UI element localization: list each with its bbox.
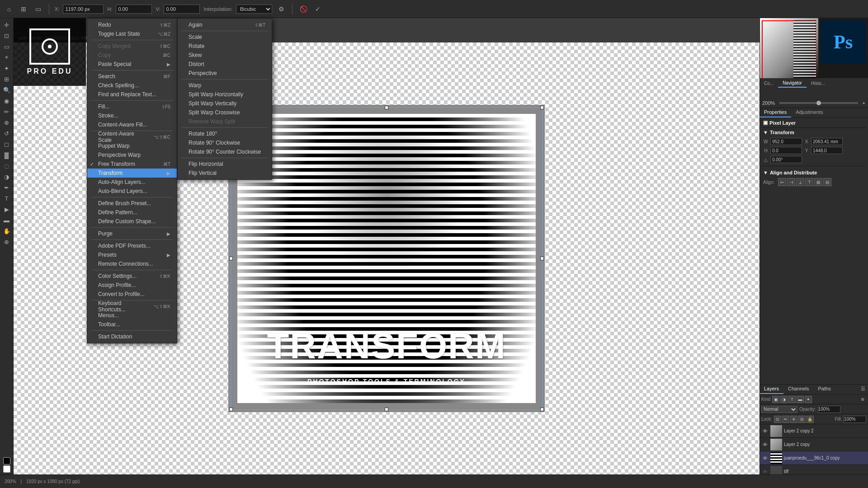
path-select-tool[interactable]: ▶ bbox=[2, 204, 12, 214]
transform-y-field[interactable] bbox=[811, 147, 843, 154]
tab-channels[interactable]: Channels bbox=[783, 385, 813, 394]
submenu-skew[interactable]: Skew bbox=[178, 51, 272, 60]
layer-item-2[interactable]: 👁 juanproedu___96c1_0 copy bbox=[760, 451, 868, 465]
eraser-tool[interactable]: ◻ bbox=[2, 139, 12, 149]
menu-content-aware-fill[interactable]: Content-Aware Fill... bbox=[87, 120, 177, 129]
submenu-split-warp-h[interactable]: Split Warp Horizontally bbox=[178, 90, 272, 99]
transform-w-field[interactable] bbox=[770, 138, 802, 145]
handle-tr[interactable] bbox=[540, 106, 544, 109]
spot-healing-tool[interactable]: ◉ bbox=[2, 96, 12, 106]
menu-search[interactable]: Search ⌘F bbox=[87, 72, 177, 81]
blend-mode-select[interactable]: Normal bbox=[761, 406, 797, 413]
home-icon[interactable]: ⌂ bbox=[4, 4, 14, 14]
menu-convert-profile[interactable]: Convert to Profile... bbox=[87, 290, 177, 299]
menu-define-brush[interactable]: Define Brush Preset... bbox=[87, 199, 177, 208]
gradient-tool[interactable]: ▓ bbox=[2, 150, 12, 160]
lock-image-btn[interactable]: ✏ bbox=[782, 416, 789, 423]
confirm-icon[interactable]: ✓ bbox=[312, 4, 323, 14]
x-field[interactable] bbox=[63, 5, 104, 14]
transform-h-field[interactable] bbox=[770, 147, 802, 154]
menu-check-spelling[interactable]: Check Spelling... bbox=[87, 81, 177, 90]
menu-fill[interactable]: Fill... ⇧F5 bbox=[87, 102, 177, 111]
lasso-tool[interactable]: ⌖ bbox=[2, 52, 12, 62]
layer-item-1[interactable]: 👁 Layer 2 copy bbox=[760, 438, 868, 451]
submenu-scale[interactable]: Scale bbox=[178, 33, 272, 42]
menu-purge[interactable]: Purge ▶ bbox=[87, 229, 177, 238]
submenu-rotate-90-cw[interactable]: Rotate 90° Clockwise bbox=[178, 138, 272, 147]
submenu-split-warp-cross[interactable]: Split Warp Crosswise bbox=[178, 108, 272, 117]
pen-tool[interactable]: ✒ bbox=[2, 183, 12, 192]
kind-smart-btn[interactable]: ✦ bbox=[805, 396, 812, 403]
layers-filter-btn[interactable]: ⊗ bbox=[859, 396, 866, 403]
layer-eye-3[interactable]: 👁 bbox=[761, 468, 769, 475]
handle-bm[interactable] bbox=[385, 408, 388, 411]
foreground-color[interactable] bbox=[3, 457, 10, 465]
menu-toolbar[interactable]: Toolbar... bbox=[87, 320, 177, 329]
menu-redo[interactable]: Redo ⇧⌘Z bbox=[87, 20, 177, 29]
opacity-field[interactable] bbox=[818, 406, 840, 413]
handle-ml[interactable] bbox=[229, 257, 233, 260]
artboard-tool[interactable]: ⊡ bbox=[2, 31, 12, 41]
h-field[interactable] bbox=[116, 5, 152, 14]
transform-x-field[interactable] bbox=[811, 138, 843, 145]
crop-tool[interactable]: ⊞ bbox=[2, 74, 12, 84]
clone-stamp-tool[interactable]: ⊕ bbox=[2, 117, 12, 127]
marquee-tool[interactable]: ▭ bbox=[2, 42, 12, 52]
menu-color-settings[interactable]: Color Settings... ⇧⌘K bbox=[87, 272, 177, 281]
tab-properties[interactable]: Properties bbox=[760, 108, 791, 117]
lock-transparent-btn[interactable]: ⊡ bbox=[774, 416, 781, 423]
layer-item-3[interactable]: 👁 tiff bbox=[760, 465, 868, 474]
submenu-distort[interactable]: Distort bbox=[178, 60, 272, 69]
blur-tool[interactable]: ◌ bbox=[2, 161, 12, 171]
background-color[interactable] bbox=[3, 465, 10, 473]
arrange-icon[interactable]: ⊞ bbox=[18, 4, 29, 14]
zoom-slider-thumb[interactable] bbox=[816, 101, 821, 105]
submenu-flip-h[interactable]: Flip Horizontal bbox=[178, 160, 272, 169]
tab-history[interactable]: Histo... bbox=[807, 80, 830, 87]
tab-navigator[interactable]: Navigator bbox=[778, 79, 807, 88]
menu-free-transform[interactable]: ✓ Free Transform ⌘T bbox=[87, 160, 177, 169]
history-brush-tool[interactable]: ↺ bbox=[2, 128, 12, 138]
align-bottom-btn[interactable]: ⊟ bbox=[823, 178, 831, 186]
kind-shape-btn[interactable]: ▬ bbox=[797, 396, 804, 403]
align-left-btn[interactable]: ⊢ bbox=[778, 178, 786, 186]
settings-icon[interactable]: ⚙ bbox=[276, 4, 287, 14]
layer-item-0[interactable]: 👁 Layer 2 copy 2 bbox=[760, 424, 868, 438]
submenu-perspective[interactable]: Perspective bbox=[178, 69, 272, 78]
interpolation-select[interactable]: Bicubic bbox=[236, 5, 272, 14]
tab-paths[interactable]: Paths bbox=[814, 385, 835, 394]
menu-transform[interactable]: Transform ▶ bbox=[87, 169, 177, 178]
menu-paste-special[interactable]: Paste Special ▶ bbox=[87, 60, 177, 69]
menu-define-shape[interactable]: Define Custom Shape... bbox=[87, 217, 177, 226]
layer-eye-2[interactable]: 👁 bbox=[761, 455, 769, 462]
submenu-flip-v[interactable]: Flip Vertical bbox=[178, 169, 272, 178]
submenu-rotate-180[interactable]: Rotate 180° bbox=[178, 129, 272, 138]
align-center-btn[interactable]: ⊣ bbox=[787, 178, 795, 186]
tab-layers[interactable]: Layers bbox=[760, 385, 783, 394]
menu-find-replace[interactable]: Find and Replace Text... bbox=[87, 90, 177, 99]
type-tool[interactable]: T bbox=[2, 193, 12, 203]
kind-type-btn[interactable]: T bbox=[788, 396, 796, 403]
menu-pdf-presets[interactable]: Adobe PDF Presets... bbox=[87, 241, 177, 250]
menu-remote-connections[interactable]: Remote Connections... bbox=[87, 259, 177, 268]
dodge-tool[interactable]: ◑ bbox=[2, 172, 12, 182]
menu-assign-profile[interactable]: Assign Profile... bbox=[87, 281, 177, 290]
handle-br[interactable] bbox=[540, 408, 544, 411]
hand-tool[interactable]: ✋ bbox=[2, 226, 12, 236]
transform-angle-field[interactable] bbox=[770, 156, 802, 163]
menu-keyboard-shortcuts[interactable]: Keyboard Shortcuts... ⌥⇧⌘K bbox=[87, 302, 177, 311]
lock-position-btn[interactable]: ✛ bbox=[790, 416, 797, 423]
layer-eye-0[interactable]: 👁 bbox=[761, 427, 769, 435]
menu-presets[interactable]: Presets ▶ bbox=[87, 250, 177, 259]
menu-perspective-warp[interactable]: Perspective Warp bbox=[87, 150, 177, 160]
tab-color[interactable]: Co... bbox=[760, 80, 778, 87]
transform-header[interactable]: ▼ Transform bbox=[760, 128, 868, 137]
move-tool[interactable]: ✛ bbox=[2, 20, 12, 30]
handle-bl[interactable] bbox=[229, 408, 233, 411]
marquee-icon[interactable]: ▭ bbox=[33, 4, 43, 14]
submenu-warp[interactable]: Warp bbox=[178, 81, 272, 90]
handle-tm[interactable] bbox=[385, 106, 388, 109]
submenu-rotate-90-ccw[interactable]: Rotate 90° Counter Clockwise bbox=[178, 147, 272, 156]
menu-auto-align-layers[interactable]: Auto-Align Layers... bbox=[87, 178, 177, 187]
brush-tool[interactable]: ✏ bbox=[2, 107, 12, 117]
